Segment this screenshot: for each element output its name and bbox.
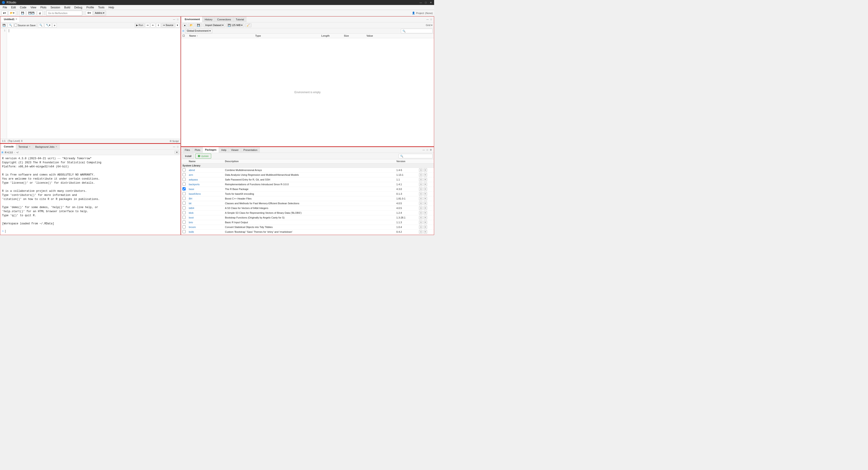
pkg-name-link[interactable]: broom [189,226,196,229]
pkg-search-input[interactable] [399,154,433,158]
background-jobs-tab-close[interactable]: ✕ [55,145,57,148]
code-area[interactable] [7,28,180,139]
import-dataset-btn[interactable]: Import Dataset ▾ [204,23,225,27]
menu-edit[interactable]: Edit [9,5,18,9]
menu-code[interactable]: Code [18,5,28,9]
pkg-info-button[interactable]: ℹ [419,197,423,200]
memory-usage-btn[interactable]: 💾 125 MiB ▾ [226,23,244,27]
menu-plots[interactable]: Plots [39,5,49,9]
pkg-checkbox[interactable] [183,216,186,219]
editor-tools-btn[interactable]: 🔧▾ [44,23,52,28]
pkg-info-button[interactable]: ℹ [419,173,423,177]
menu-help[interactable]: Help [107,5,116,9]
help-tab[interactable]: Help [219,147,229,153]
open-file-button[interactable]: 📂▾ [8,11,16,16]
pkg-settings-btn[interactable]: ⚙ [429,149,433,151]
pkg-delete-button[interactable]: ✕ [424,192,427,196]
pkg-name-link[interactable]: base64enc [189,193,201,195]
pkg-info-button[interactable]: ℹ [419,168,423,172]
pkg-info-button[interactable]: ℹ [419,187,423,191]
close-button[interactable]: ✕ [429,1,432,4]
menu-file[interactable]: File [1,5,9,9]
workspace-button[interactable]: ⚙▾ [86,11,92,16]
console-tab[interactable]: Console [2,144,16,149]
env-new-btn[interactable]: ● [183,24,187,27]
pkg-name-link[interactable]: BH [189,197,192,200]
maximize-button[interactable]: □ [424,1,427,4]
menu-session[interactable]: Session [49,5,62,9]
pkg-name-link[interactable]: brio [189,221,193,224]
pkg-checkbox[interactable] [183,206,186,209]
pkg-name-link[interactable]: boot [189,216,193,219]
pkg-checkbox[interactable] [183,182,186,186]
editor-find-replace-btn[interactable]: 🔍 [38,23,44,28]
menu-build[interactable]: Build [62,5,72,9]
pkg-checkbox[interactable] [183,197,186,200]
pkg-info-button[interactable]: ℹ [419,216,423,219]
editor-tab-close[interactable]: ✕ [16,18,17,20]
clear-env-btn[interactable]: 🧹 [245,23,251,27]
minimize-button[interactable]: — [419,1,422,4]
update-button[interactable]: Update [195,153,211,158]
editor-find-btn[interactable]: 🔍 [8,23,13,28]
console-clear-btn[interactable]: ✕ [175,151,179,154]
addins-button[interactable]: Addins ▾ [93,11,106,16]
history-tab[interactable]: History [203,17,215,22]
pkg-info-button[interactable]: ℹ [419,225,423,229]
pkg-checkbox[interactable] [183,211,186,214]
pkg-info-button[interactable]: ℹ [419,202,423,205]
pkg-checkbox[interactable] [183,230,186,233]
packages-tab[interactable]: Packages [203,147,219,153]
goto-input[interactable] [46,11,82,16]
run-prev-btn[interactable]: ⇐ [151,23,155,28]
menu-debug[interactable]: Debug [72,5,84,9]
menu-profile[interactable]: Profile [85,5,96,9]
menu-tools[interactable]: Tools [96,5,106,9]
pkg-info-button[interactable]: ℹ [419,182,423,186]
viewer-tab[interactable]: Viewer [229,147,241,153]
pkg-delete-button[interactable]: ✕ [424,202,427,205]
pkg-checkbox[interactable] [183,225,186,229]
pkg-checkbox[interactable] [183,168,186,171]
pkg-delete-button[interactable]: ✕ [424,178,427,181]
editor-minimize-btn[interactable]: — [172,18,176,21]
pkg-name-link[interactable]: bit [189,202,191,205]
save-button[interactable]: 💾 [20,11,26,16]
pkg-name-link[interactable]: arm [189,174,193,176]
pkg-info-button[interactable]: ℹ [419,206,423,210]
pkg-name-link[interactable]: bslib [189,231,194,233]
pkg-delete-button[interactable]: ✕ [424,168,427,172]
print-button[interactable]: 🖨 [37,11,43,16]
pkg-delete-button[interactable]: ✕ [424,187,427,191]
save-all-button[interactable]: 💾💾 [27,11,36,16]
plots-tab[interactable]: Plots [192,147,203,153]
pkg-minimize-btn[interactable]: — [422,149,426,151]
editor-doc-outline-btn[interactable]: ≡ [53,23,57,28]
pkg-info-button[interactable]: ℹ [419,221,423,224]
connections-tab[interactable]: Connections [215,17,233,22]
pkg-delete-button[interactable]: ✕ [424,216,427,219]
grid-label[interactable]: Grid ▾ [426,24,433,27]
pkg-checkbox[interactable] [183,187,186,190]
pkg-delete-button[interactable]: ✕ [424,211,427,215]
global-env-button[interactable]: Global Environment ▾ [185,29,212,33]
terminal-tab-close[interactable]: ✕ [29,145,31,148]
pkg-checkbox[interactable] [183,192,186,195]
pkg-info-button[interactable]: ℹ [419,178,423,181]
pkg-checkbox[interactable] [183,178,186,181]
pkg-maximize-btn[interactable]: □ [426,149,429,151]
pkg-name-link[interactable]: blob [189,211,193,214]
pkg-name-link[interactable]: base [189,188,194,190]
new-file-button[interactable]: ●▾ [1,11,7,16]
pkg-checkbox[interactable] [183,202,186,205]
source-on-save-checkbox[interactable] [14,24,17,27]
editor-maximize-btn[interactable]: □ [176,18,179,21]
pkg-delete-button[interactable]: ✕ [424,182,427,186]
pkg-name-link[interactable]: backports [189,183,200,186]
console-maximize-btn[interactable]: □ [176,145,179,148]
env-open-btn[interactable]: 📂 [188,23,194,27]
pkg-delete-button[interactable]: ✕ [424,230,427,234]
menu-view[interactable]: View [29,5,38,9]
env-maximize-btn[interactable]: □ [430,18,433,21]
env-search-input[interactable] [401,29,433,33]
